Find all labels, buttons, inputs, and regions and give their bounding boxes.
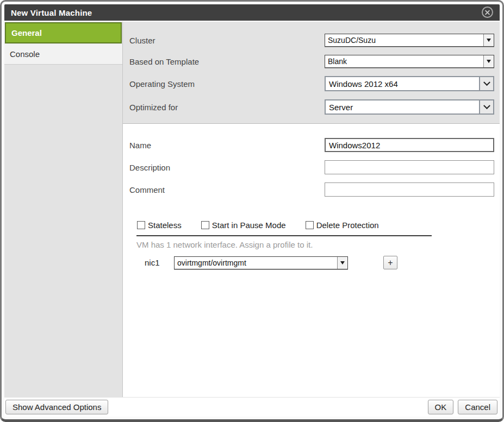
delete-protection-checkbox[interactable]: Delete Protection — [306, 221, 379, 230]
main-panel: Cluster SuzuDC/Suzu Based on Template Bl… — [123, 22, 500, 397]
optimized-value: Server — [326, 100, 479, 114]
os-select[interactable]: Windows 2012 x64 — [325, 76, 494, 91]
name-input[interactable] — [325, 138, 494, 152]
checkbox-icon — [201, 221, 209, 229]
vm-flags-row: Stateless Start in Pause Mode Delete Pro… — [137, 221, 494, 230]
template-row: Based on Template Blank — [129, 55, 494, 68]
nic1-row: nic1 ovirtmgmt/ovirtmgmt + — [145, 256, 494, 269]
network-divider — [136, 235, 432, 236]
cluster-label: Cluster — [129, 36, 325, 45]
nic1-profile-dropdown[interactable]: ovirtmgmt/ovirtmgmt — [174, 256, 348, 269]
cancel-button[interactable]: Cancel — [458, 400, 497, 414]
optimized-row: Optimized for Server — [129, 99, 494, 115]
add-nic-button[interactable]: + — [383, 256, 397, 269]
name-label: Name — [129, 141, 325, 150]
description-label: Description — [129, 163, 325, 172]
comment-input[interactable] — [325, 182, 494, 197]
close-icon[interactable] — [482, 7, 493, 18]
template-value: Blank — [325, 55, 483, 67]
cluster-template-section: Cluster SuzuDC/Suzu Based on Template Bl… — [123, 22, 500, 124]
description-input[interactable] — [325, 160, 494, 174]
checkbox-icon — [137, 221, 145, 229]
optimized-select[interactable]: Server — [325, 99, 494, 115]
template-label: Based on Template — [129, 57, 325, 66]
os-row: Operating System Windows 2012 x64 — [129, 76, 494, 91]
chevron-down-icon — [479, 100, 493, 114]
sidebar-item-console[interactable]: Console — [4, 44, 122, 65]
dropdown-arrow-icon — [337, 257, 347, 269]
dialog-title: New Virtual Machine — [11, 8, 92, 17]
start-in-pause-mode-label: Start in Pause Mode — [212, 221, 286, 230]
sidebar-item-general[interactable]: General — [5, 22, 122, 43]
optimized-label: Optimized for — [129, 103, 325, 112]
dropdown-arrow-icon — [483, 55, 494, 67]
description-row: Description — [129, 160, 494, 174]
os-label: Operating System — [129, 79, 325, 89]
os-value: Windows 2012 x64 — [326, 77, 479, 90]
cluster-row: Cluster SuzuDC/Suzu — [129, 34, 494, 47]
chevron-down-icon — [479, 77, 493, 90]
checkbox-icon — [306, 221, 314, 229]
stateless-checkbox[interactable]: Stateless — [137, 221, 182, 230]
name-row: Name — [129, 138, 494, 152]
sidebar: General Console — [4, 22, 123, 397]
dialog-body: General Console Cluster SuzuDC/Suzu Base… — [4, 22, 500, 397]
dropdown-arrow-icon — [483, 34, 494, 46]
nic1-profile-value: ovirtmgmt/ovirtmgmt — [175, 257, 337, 269]
new-vm-dialog: New Virtual Machine General Console Clus… — [0, 0, 504, 422]
start-in-pause-mode-checkbox[interactable]: Start in Pause Mode — [201, 221, 286, 230]
ok-button[interactable]: OK — [428, 400, 454, 414]
template-dropdown[interactable]: Blank — [325, 55, 494, 68]
network-info-text: VM has 1 network interface. Assign a pro… — [136, 240, 494, 249]
show-advanced-options-button[interactable]: Show Advanced Options — [5, 400, 108, 414]
cluster-dropdown[interactable]: SuzuDC/Suzu — [325, 34, 494, 47]
dialog-footer: Show Advanced Options OK Cancel — [4, 397, 500, 417]
stateless-label: Stateless — [148, 221, 182, 230]
identity-section: Name Description Comment Stateless — [123, 124, 500, 397]
comment-label: Comment — [129, 185, 325, 194]
nic1-label: nic1 — [145, 258, 174, 267]
cluster-value: SuzuDC/Suzu — [325, 34, 483, 46]
comment-row: Comment — [129, 182, 494, 197]
dialog-titlebar: New Virtual Machine — [4, 4, 500, 21]
footer-actions: OK Cancel — [428, 400, 497, 414]
delete-protection-label: Delete Protection — [316, 221, 379, 230]
